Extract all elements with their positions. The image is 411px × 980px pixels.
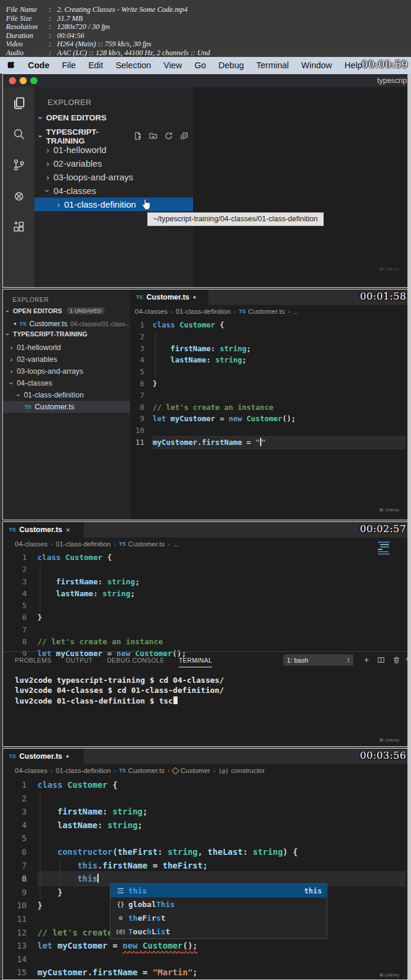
meta-row: File Size:31.7 MB: [6, 14, 411, 23]
open-editors-section[interactable]: › OPEN EDITORS: [39, 113, 106, 122]
breadcrumb-item-01-class-definition[interactable]: 01-class-definition: [56, 540, 111, 548]
code-line-text: [37, 832, 406, 845]
menu-item-debug[interactable]: Debug: [219, 61, 244, 70]
explorer-icon[interactable]: [11, 96, 27, 111]
trash-icon[interactable]: [391, 655, 401, 664]
chevron-right-icon: ›: [46, 159, 49, 168]
breadcrumb-item-Customerts[interactable]: TSCustomer.ts: [239, 308, 284, 315]
minimap[interactable]: [378, 542, 392, 555]
panel-tab-problems[interactable]: PROBLEMS: [15, 657, 52, 667]
new-terminal-icon[interactable]: +: [362, 655, 371, 664]
suggest-item-icon: ⚙: [115, 914, 126, 922]
code-line-7: 7: [130, 390, 406, 402]
scrollbar[interactable]: [407, 74, 411, 980]
tree-item-01-class-definition[interactable]: ›01-class-definition: [3, 389, 130, 401]
open-editors-label: OPEN EDITORS: [13, 307, 62, 314]
tree-item-04-classes[interactable]: ›04-classes: [34, 184, 193, 198]
code-line-text: // let's create an instance: [37, 636, 406, 648]
close-window-button[interactable]: [9, 77, 16, 84]
breadcrumb-item-[interactable]: ...: [173, 540, 179, 548]
zoom-window-button[interactable]: [30, 77, 37, 84]
tree-item-02-variables[interactable]: ›02-variables: [3, 354, 130, 365]
tree-item-02-variables[interactable]: ›02-variables: [34, 157, 193, 170]
breadcrumb-item-[interactable]: ...: [293, 308, 299, 315]
tab-label: Customer.ts: [147, 293, 189, 301]
panel-tab-output[interactable]: OUTPUT: [66, 657, 93, 667]
open-editors-section[interactable]: › OPEN EDITORS 1 UNSAVED: [7, 307, 105, 314]
breadcrumb-item-01-class-definition[interactable]: 01-class-definition: [56, 767, 111, 774]
debug-icon[interactable]: [11, 188, 27, 203]
breadcrumb-separator: ›: [114, 540, 116, 548]
line-number: 7: [130, 390, 144, 402]
menu-item-edit[interactable]: Edit: [88, 61, 103, 70]
breadcrumb-item-Customerts[interactable]: TSCustomer.ts: [119, 767, 165, 774]
tree-item-01-helloworld[interactable]: ›01-helloworld: [34, 143, 193, 157]
new-file-icon[interactable]: [134, 132, 142, 142]
workspace-section[interactable]: › TYPESCRIPT-TRAINING: [7, 330, 87, 338]
tab-customer-ts[interactable]: TS Customer.ts ×: [3, 522, 84, 537]
suggest-item[interactable]: thisthis: [110, 884, 327, 898]
menu-item-go[interactable]: Go: [194, 61, 206, 70]
suggest-item[interactable]: {}globalThis: [110, 898, 327, 911]
breadcrumb-item-Customerts[interactable]: TSCustomer.ts: [119, 540, 165, 548]
panel-tab-debug-console[interactable]: DEBUG CONSOLE: [107, 657, 165, 667]
meta-value: H264 (Main) :: 759 kb/s, 30 fps: [57, 40, 151, 49]
tree-item-04-classes[interactable]: ›04-classes: [3, 377, 130, 389]
menu-item-view[interactable]: View: [163, 61, 182, 70]
breadcrumb-item-01-class-definition[interactable]: 01-class-definition: [176, 308, 231, 315]
suggest-item-label: globalThis: [128, 900, 175, 909]
menu-items: CodeFileEditSelectionViewGoDebugTerminal…: [28, 61, 362, 70]
breadcrumb-item-Customer[interactable]: Customer: [173, 767, 210, 774]
line-number: 14: [10, 953, 27, 966]
dirty-dot-icon[interactable]: ●: [193, 294, 196, 300]
code-line-text: [37, 624, 406, 636]
search-icon[interactable]: [11, 126, 27, 142]
tab-customer-ts[interactable]: TS Customer.ts ●: [130, 289, 208, 305]
refresh-icon[interactable]: [165, 132, 173, 142]
select-arrows-icon: ▲▼: [347, 657, 350, 663]
tab-customer-ts[interactable]: TS Customer.ts ●: [3, 749, 84, 764]
breadcrumb-item-04-classes[interactable]: 04-classes: [135, 308, 167, 315]
apple-icon[interactable]: [8, 61, 15, 70]
menu-item-code[interactable]: Code: [28, 61, 49, 70]
menu-item-help[interactable]: Help: [344, 61, 362, 70]
menu-item-window[interactable]: Window: [301, 61, 332, 70]
tree-item-01-helloworld[interactable]: ›01-helloworld: [3, 342, 130, 354]
code-line-3: 3 firstName: string;: [10, 576, 406, 588]
suggest-item[interactable]: [@]TouchList: [110, 925, 327, 938]
tree-item-03-loops-and-arrays[interactable]: ›03-loops-and-arrays: [3, 365, 130, 377]
extensions-icon[interactable]: [11, 219, 27, 234]
meta-colon: :: [49, 31, 57, 40]
collapse-all-icon[interactable]: [180, 132, 188, 142]
menu-item-selection[interactable]: Selection: [116, 61, 151, 70]
text-cursor: [97, 874, 99, 883]
new-folder-icon[interactable]: [149, 132, 157, 142]
dirty-dot-icon[interactable]: ●: [66, 753, 69, 759]
minimize-window-button[interactable]: [20, 77, 27, 84]
split-terminal-icon[interactable]: [376, 655, 385, 664]
code-line-2: 2: [130, 331, 406, 343]
suggest-item[interactable]: ⚙theFirst: [110, 911, 327, 925]
tree-item-03-loops-and-arrays[interactable]: ›03-loops-and-arrays: [34, 170, 193, 184]
close-icon[interactable]: ×: [66, 526, 71, 534]
tree-item-label: 02-variables: [17, 355, 57, 364]
breadcrumb-item-constructor[interactable]: [@]constructor: [219, 767, 265, 774]
tree-item-01-class-definition[interactable]: ›01-class-definition: [34, 198, 193, 211]
tree-item-Customer.ts[interactable]: TSCustomer.ts: [3, 401, 130, 413]
source-control-icon[interactable]: [11, 157, 27, 173]
tab-label: Customer.ts: [20, 752, 62, 761]
terminal-output[interactable]: luv2code typescript-training $ cd 04-cla…: [15, 676, 224, 707]
open-editor-item[interactable]: ● TS Customer.ts 04-classes/01-class-...: [3, 318, 130, 329]
meta-label: File Size: [6, 14, 49, 23]
workspace-label: TYPESCRIPT-TRAINING: [13, 330, 87, 338]
meta-value: 00:04:56: [57, 31, 84, 40]
breadcrumb-item-04-classes[interactable]: 04-classes: [15, 540, 48, 548]
line-number: 1: [10, 552, 27, 564]
panel-tab-terminal[interactable]: TERMINAL: [179, 657, 212, 667]
shell-select[interactable]: 1: bash ▲▼: [283, 654, 353, 666]
menu-item-file[interactable]: File: [62, 61, 75, 70]
shell-label: 1: bash: [287, 657, 308, 664]
menu-item-terminal[interactable]: Terminal: [257, 61, 289, 70]
breadcrumb-item-04-classes[interactable]: 04-classes: [15, 767, 48, 774]
line-number: 5: [10, 600, 27, 612]
